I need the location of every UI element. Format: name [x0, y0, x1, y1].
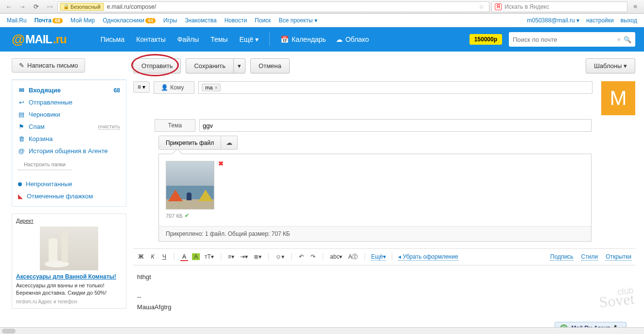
- attach-file-button[interactable]: Прикрепить файл: [158, 136, 221, 150]
- subject-field[interactable]: [199, 119, 592, 132]
- link-pochta[interactable]: Почта68: [35, 17, 63, 24]
- agent-bar[interactable]: @ Mail.Ru Агент 📞: [555, 322, 627, 324]
- link-games[interactable]: Игры: [163, 17, 177, 24]
- recipient-chip[interactable]: ma×: [202, 84, 221, 91]
- nav-calendar[interactable]: 📅Календарь: [280, 35, 326, 43]
- link-odnoklassniki[interactable]: Одноклассники44: [103, 17, 156, 24]
- filter-unread[interactable]: Непрочитанные: [12, 178, 126, 190]
- sent-icon: ↩: [18, 99, 25, 106]
- user-email[interactable]: m050388@mail.ru ▾: [527, 17, 579, 24]
- spam-clear[interactable]: очистить: [98, 123, 120, 130]
- compose-menu-toggle[interactable]: ≡ ▾: [133, 81, 150, 93]
- signature-link[interactable]: Подпись: [550, 253, 574, 261]
- yandex-search[interactable]: Я Искать в Яндекс: [491, 1, 627, 12]
- subject-input[interactable]: [203, 122, 588, 129]
- list-button[interactable]: ≣▾: [253, 252, 262, 261]
- attach-cloud-button[interactable]: ☁: [221, 136, 238, 150]
- cloud-icon: ☁: [336, 35, 343, 43]
- redo-button[interactable]: ↷: [309, 252, 317, 261]
- cloud-icon: ☁: [226, 139, 232, 146]
- link-settings[interactable]: настройки: [586, 17, 614, 24]
- chip-remove-icon[interactable]: ×: [215, 85, 218, 90]
- subject-label: Тема: [155, 119, 195, 132]
- link-moimir[interactable]: Мой Мир: [70, 17, 95, 24]
- link-dating[interactable]: Знакомства: [185, 17, 216, 24]
- lock-icon: 🔒: [63, 4, 69, 9]
- styles-link[interactable]: Стили: [581, 253, 598, 261]
- remove-formatting[interactable]: ◂ Убрать оформление: [398, 253, 458, 261]
- toolbar-more[interactable]: Ещё▾: [371, 253, 386, 261]
- link-mailru[interactable]: Mail.Ru: [7, 17, 27, 24]
- browser-menu-icon[interactable]: ≡: [629, 3, 641, 10]
- ad-title[interactable]: Аксессуары для Ванной Комнаты!: [16, 273, 122, 280]
- folder-spam[interactable]: ⚑Спамочистить: [12, 121, 126, 133]
- body-line: hthgt: [137, 272, 631, 282]
- link-news[interactable]: Новости: [225, 17, 247, 24]
- key-icon[interactable]: ⊶: [44, 1, 55, 12]
- compose-button[interactable]: ✎Написать письмо: [12, 58, 85, 72]
- sender-avatar: M: [601, 81, 635, 115]
- cancel-button[interactable]: Отмена: [250, 58, 290, 73]
- mail-search-input[interactable]: [513, 36, 614, 43]
- bold-button[interactable]: Ж: [137, 252, 145, 261]
- undo-button[interactable]: ↶: [297, 252, 305, 261]
- mail-search[interactable]: ▾ 🔍: [509, 32, 635, 47]
- nav-more[interactable]: Ещё ▾: [239, 35, 259, 43]
- reload-button[interactable]: ⟳: [30, 1, 42, 12]
- nav-files[interactable]: Файлы: [177, 35, 199, 43]
- save-dropdown[interactable]: ▾: [233, 58, 245, 73]
- url-bar[interactable]: 🔒Безопасный e.mail.ru/compose/ ☆: [57, 1, 489, 12]
- calendar-icon: 📅: [280, 35, 289, 43]
- send-button[interactable]: Отправить: [133, 58, 181, 73]
- folder-agent-history[interactable]: @История общения в Агенте: [12, 145, 126, 157]
- to-field[interactable]: ma×: [198, 81, 592, 94]
- back-button[interactable]: ←: [3, 1, 15, 12]
- attachment-thumbnail[interactable]: [166, 161, 214, 210]
- bookmark-star-icon[interactable]: ☆: [476, 3, 487, 10]
- translit-button[interactable]: abc▾: [329, 252, 343, 261]
- nav-letters[interactable]: Письма: [101, 35, 125, 43]
- templates-button[interactable]: Шаблоны ▾: [586, 58, 635, 73]
- indent-button[interactable]: ⇥▾: [239, 252, 249, 261]
- spellcheck-button[interactable]: Аⓩ: [347, 252, 359, 262]
- to-label[interactable]: 👤Кому: [154, 81, 194, 94]
- underline-button[interactable]: Ч: [160, 252, 168, 261]
- cards-link[interactable]: Открытки: [606, 253, 631, 261]
- nav-themes[interactable]: Темы: [210, 35, 227, 43]
- search-icon[interactable]: 🔍: [624, 36, 631, 43]
- filter-flagged[interactable]: ◣Отмеченные флажком: [12, 190, 126, 202]
- folder-sent[interactable]: ↩Отправленные: [12, 96, 126, 108]
- folder-list: ✉Входящие68 ↩Отправленные ▤Черновики ⚑Сп…: [12, 79, 126, 207]
- forward-button[interactable]: →: [17, 1, 28, 12]
- emoji-button[interactable]: ☺▾: [275, 252, 285, 261]
- portal-links: Mail.Ru Почта68 Мой Мир Одноклассники44 …: [0, 14, 644, 27]
- highlight-button[interactable]: А: [192, 253, 200, 260]
- folder-drafts[interactable]: ▤Черновики: [12, 108, 126, 121]
- mailru-logo[interactable]: @MAIL.ru: [12, 32, 67, 47]
- ad-label: Директ: [16, 218, 34, 224]
- agent-icon: @: [18, 147, 25, 155]
- nav-contacts[interactable]: Контакты: [136, 35, 165, 43]
- header-nav: Письма Контакты Файлы Темы Ещё ▾: [101, 35, 259, 43]
- save-button[interactable]: Сохранить: [186, 58, 233, 73]
- font-size-button[interactable]: тТ▾: [204, 252, 215, 261]
- attachments-panel: ✖ 707 КБ✔ Прикреплено: 1 файл. Общий раз…: [158, 154, 592, 242]
- text-color-button[interactable]: А: [180, 252, 188, 261]
- folder-trash[interactable]: 🗑Корзина: [12, 133, 126, 145]
- folder-inbox[interactable]: ✉Входящие68: [12, 84, 126, 96]
- signature-text: МашаAfgtrg: [137, 302, 631, 313]
- attachment-summary: Прикреплено: 1 файл. Общий размер: 707 К…: [159, 226, 591, 241]
- configure-folders[interactable]: Настроить папки: [18, 159, 71, 170]
- link-search[interactable]: Поиск: [255, 17, 271, 24]
- italic-button[interactable]: К: [149, 252, 157, 261]
- ad-image[interactable]: [40, 227, 98, 270]
- align-button[interactable]: ≡▾: [227, 252, 235, 261]
- link-all-projects[interactable]: Все проекты ▾: [278, 17, 317, 24]
- nav-cloud[interactable]: ☁Облако: [336, 35, 369, 43]
- remove-attachment-icon[interactable]: ✖: [218, 160, 224, 167]
- person-icon: 👤: [161, 84, 168, 91]
- yandex-icon: Я: [495, 3, 502, 10]
- editor-body[interactable]: hthgt -- МашаAfgtrg: [133, 265, 635, 324]
- promo-badge[interactable]: 150000р: [470, 34, 502, 45]
- link-exit[interactable]: выход: [621, 17, 637, 24]
